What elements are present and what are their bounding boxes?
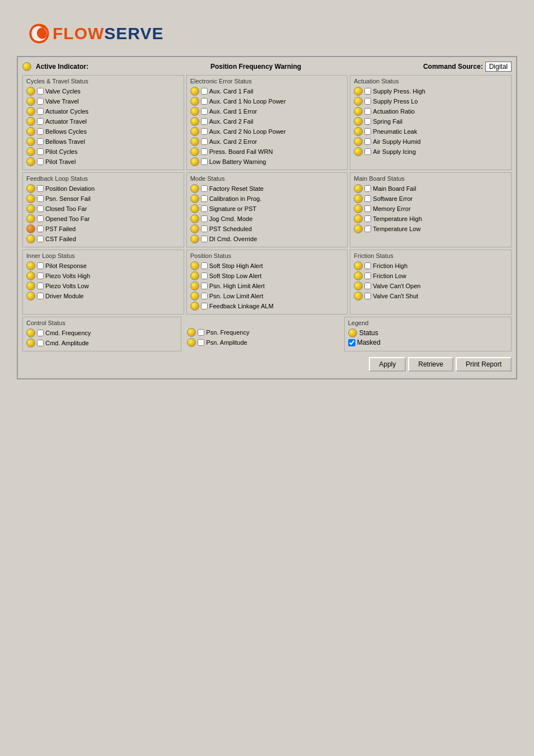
air-supply-humid-label: Air Supply Humid bbox=[373, 138, 420, 145]
status-dot bbox=[190, 107, 199, 116]
signature-pst-checkbox[interactable] bbox=[201, 205, 208, 212]
masked-checkbox[interactable] bbox=[348, 339, 355, 346]
list-item: Software Error bbox=[354, 194, 508, 203]
retrieve-button[interactable]: Retrieve bbox=[408, 357, 453, 372]
piezo-volts-low-checkbox[interactable] bbox=[37, 283, 44, 289]
legend-status-dot bbox=[348, 328, 357, 337]
list-item: Temperature High bbox=[354, 214, 508, 223]
mode-status-title: Mode Status bbox=[190, 175, 344, 182]
list-item: Actuator Cycles bbox=[26, 107, 180, 116]
cmd-amplitude-checkbox[interactable] bbox=[37, 340, 44, 346]
psn-frequency-checkbox[interactable] bbox=[198, 329, 204, 336]
psn-sensor-fail-checkbox[interactable] bbox=[37, 195, 44, 202]
status-dot bbox=[190, 292, 199, 300]
opened-too-far-checkbox[interactable] bbox=[37, 215, 44, 222]
list-item: Pilot Response bbox=[26, 261, 180, 270]
aux-card2-fail-checkbox[interactable] bbox=[201, 118, 208, 125]
pst-failed-checkbox[interactable] bbox=[37, 226, 44, 232]
di-cmd-override-checkbox[interactable] bbox=[201, 236, 208, 242]
bellows-cycles-checkbox[interactable] bbox=[37, 128, 44, 135]
supply-press-high-checkbox[interactable] bbox=[364, 88, 371, 95]
actuation-ratio-checkbox[interactable] bbox=[364, 108, 371, 115]
valve-cycles-checkbox[interactable] bbox=[37, 88, 44, 95]
status-dot bbox=[354, 127, 363, 136]
memory-error-checkbox[interactable] bbox=[364, 205, 371, 212]
air-supply-humid-checkbox[interactable] bbox=[364, 138, 371, 145]
inner-loop-section: Inner Loop Status Pilot Response Piezo V… bbox=[22, 250, 184, 314]
feedback-loop-section: Feedback Loop Status Position Deviation … bbox=[22, 172, 184, 247]
status-dot bbox=[26, 234, 35, 243]
row3: Inner Loop Status Pilot Response Piezo V… bbox=[22, 250, 512, 314]
cmd-frequency-checkbox[interactable] bbox=[37, 330, 44, 336]
jog-cmd-checkbox[interactable] bbox=[201, 215, 208, 222]
status-dot bbox=[26, 117, 35, 126]
control-status-section: Control Status Cmd. Frequency Cmd. Ampli… bbox=[22, 317, 181, 351]
active-indicator-label: Active Indicator: bbox=[36, 63, 88, 71]
spring-fail-checkbox[interactable] bbox=[364, 118, 371, 125]
pst-scheduled-checkbox[interactable] bbox=[201, 226, 208, 232]
list-item: Aux. Card 1 Fail bbox=[190, 87, 344, 96]
actuator-travel-label: Actuator Travel bbox=[45, 118, 87, 125]
list-item: PST Failed bbox=[26, 224, 180, 233]
main-board-fail-checkbox[interactable] bbox=[364, 185, 371, 192]
friction-low-checkbox[interactable] bbox=[364, 273, 371, 279]
software-error-checkbox[interactable] bbox=[364, 195, 371, 202]
apply-button[interactable]: Apply bbox=[369, 357, 406, 372]
status-dot bbox=[26, 328, 35, 337]
cmd-frequency-label: Cmd. Frequency bbox=[45, 330, 91, 336]
list-item: Cmd. Frequency bbox=[26, 328, 177, 337]
aux-card1-error-checkbox[interactable] bbox=[201, 108, 208, 115]
control-status-wrapper: Control Status Cmd. Frequency Cmd. Ampli… bbox=[22, 317, 342, 351]
actuator-cycles-checkbox[interactable] bbox=[37, 108, 44, 115]
temperature-high-checkbox[interactable] bbox=[364, 215, 371, 222]
list-item: Pilot Travel bbox=[26, 157, 180, 166]
bellows-travel-checkbox[interactable] bbox=[37, 138, 44, 145]
aux-card1-noloop-checkbox[interactable] bbox=[201, 98, 208, 105]
press-board-fail-checkbox[interactable] bbox=[201, 148, 208, 155]
aux-card2-noloop-checkbox[interactable] bbox=[201, 128, 208, 135]
psn-amplitude-checkbox[interactable] bbox=[198, 339, 204, 346]
legend-status-label: Status bbox=[359, 329, 378, 337]
status-dot bbox=[190, 157, 199, 166]
actuator-travel-checkbox[interactable] bbox=[37, 118, 44, 125]
piezo-volts-high-checkbox[interactable] bbox=[37, 273, 44, 279]
psn-low-limit-checkbox[interactable] bbox=[201, 293, 208, 299]
supply-press-lo-checkbox[interactable] bbox=[364, 98, 371, 105]
aux-card2-noloop-label: Aux. Card 2 No Loop Power bbox=[209, 128, 286, 135]
aux-card1-fail-label: Aux. Card 1 Fail bbox=[209, 88, 254, 95]
psn-high-limit-checkbox[interactable] bbox=[201, 283, 208, 289]
status-dot bbox=[26, 224, 35, 233]
air-supply-icing-checkbox[interactable] bbox=[364, 148, 371, 155]
actuator-cycles-label: Actuator Cycles bbox=[45, 108, 88, 115]
friction-high-checkbox[interactable] bbox=[364, 262, 371, 269]
pilot-travel-checkbox[interactable] bbox=[37, 158, 44, 165]
temperature-low-checkbox[interactable] bbox=[364, 226, 371, 232]
aux-card1-noloop-label: Aux. Card 1 No Loop Power bbox=[209, 98, 286, 105]
feedback-linkage-checkbox[interactable] bbox=[201, 303, 208, 309]
aux-card1-fail-checkbox[interactable] bbox=[201, 88, 208, 95]
status-dot bbox=[187, 338, 196, 347]
closed-too-far-checkbox[interactable] bbox=[37, 205, 44, 212]
list-item: Air Supply Icing bbox=[354, 147, 508, 156]
pneumatic-leak-checkbox[interactable] bbox=[364, 128, 371, 135]
soft-stop-high-checkbox[interactable] bbox=[201, 262, 208, 269]
pilot-cycles-checkbox[interactable] bbox=[37, 148, 44, 155]
list-item: Feedback Linkage ALM bbox=[190, 302, 344, 311]
driver-module-checkbox[interactable] bbox=[37, 293, 44, 299]
status-dot bbox=[354, 224, 363, 233]
press-board-fail-label: Press. Board Fail WRN bbox=[209, 148, 273, 155]
jog-cmd-label: Jog Cmd. Mode bbox=[209, 215, 253, 222]
low-battery-checkbox[interactable] bbox=[201, 158, 208, 165]
factory-reset-checkbox[interactable] bbox=[201, 185, 208, 192]
calibration-checkbox[interactable] bbox=[201, 195, 208, 202]
aux-card2-error-checkbox[interactable] bbox=[201, 138, 208, 145]
valve-travel-checkbox[interactable] bbox=[37, 98, 44, 105]
cst-failed-checkbox[interactable] bbox=[37, 236, 44, 242]
list-item: Temperature Low bbox=[354, 224, 508, 233]
print-report-button[interactable]: Print Report bbox=[456, 357, 512, 372]
valve-cant-shut-checkbox[interactable] bbox=[364, 293, 371, 299]
soft-stop-low-checkbox[interactable] bbox=[201, 273, 208, 279]
position-deviation-checkbox[interactable] bbox=[37, 185, 44, 192]
pilot-response-checkbox[interactable] bbox=[37, 262, 44, 269]
valve-cant-open-checkbox[interactable] bbox=[364, 283, 371, 289]
